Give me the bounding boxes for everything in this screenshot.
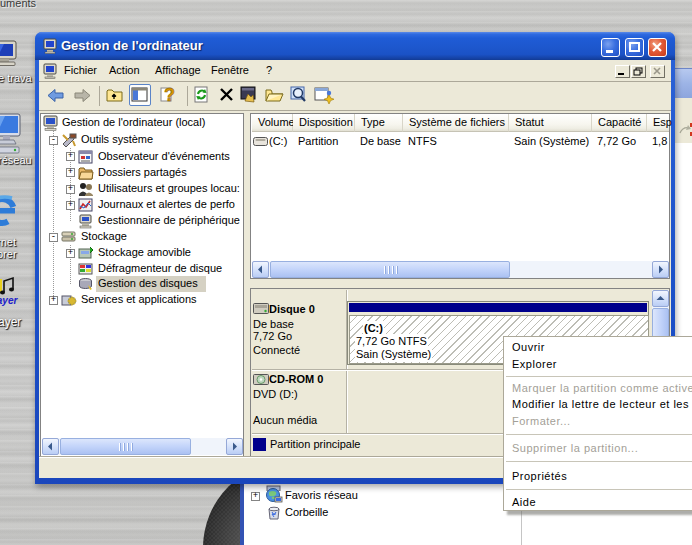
svg-text:?: ? (164, 85, 175, 105)
